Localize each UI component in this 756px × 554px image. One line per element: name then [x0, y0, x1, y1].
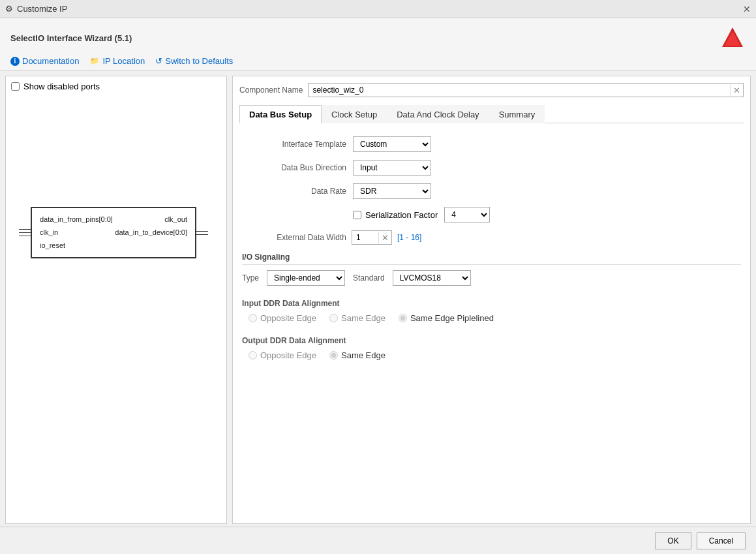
- data-bus-direction-select[interactable]: Input Output: [353, 160, 431, 176]
- interface-template-label: Interface Template: [242, 140, 346, 149]
- output-ddr-radio-group: Opposite Edge Same Edge: [242, 350, 741, 360]
- component-name-clear-icon[interactable]: ✕: [730, 84, 743, 97]
- serialization-checkbox[interactable]: [353, 211, 361, 219]
- app-title-row: SelectIO Interface Wizard (5.1): [10, 25, 746, 51]
- component-diagram: data_in_from_pins[0:0] clk_in io_reset c…: [19, 207, 208, 258]
- input-ddr-same-edge[interactable]: Same Edge: [329, 313, 386, 323]
- ip-location-link[interactable]: 📁 IP Location: [89, 56, 145, 66]
- tab-data-bus-setup[interactable]: Data Bus Setup: [239, 105, 322, 123]
- close-icon[interactable]: ✕: [743, 4, 751, 14]
- show-disabled-row: Show disabled ports: [11, 82, 221, 91]
- ext-data-width-clear-icon[interactable]: ✕: [378, 232, 391, 244]
- output-ddr-same-edge[interactable]: Same Edge: [329, 350, 386, 360]
- cancel-button[interactable]: Cancel: [697, 532, 746, 549]
- standard-label: Standard: [353, 273, 385, 283]
- type-select[interactable]: Single-ended Differential: [267, 270, 345, 286]
- ext-data-width-label: External Data Width: [242, 233, 346, 242]
- ext-data-width-range: [1 - 16]: [397, 233, 421, 242]
- data-bus-direction-row: Data Bus Direction Input Output: [242, 160, 741, 176]
- tab-summary[interactable]: Summary: [489, 105, 545, 123]
- documentation-link[interactable]: i Documentation: [10, 56, 79, 66]
- app-icon: ⚙: [5, 4, 13, 14]
- output-ddr-label: Output DDR Data Alignment: [242, 336, 741, 345]
- ext-data-width-input[interactable]: [352, 231, 378, 244]
- title-bar: ⚙ Customize IP ✕: [0, 0, 756, 18]
- standard-select[interactable]: LVCMOS18 LVCMOS15 LVCMOS33: [393, 270, 471, 286]
- input-ddr-same-edge-pipelined[interactable]: Same Edge Piplelined: [399, 313, 494, 323]
- component-name-row: Component Name ✕: [239, 83, 744, 97]
- refresh-icon: ↺: [155, 56, 162, 66]
- output-ddr-section: Output DDR Data Alignment Opposite Edge …: [242, 333, 741, 363]
- info-icon: i: [10, 57, 20, 66]
- tab-clock-setup[interactable]: Clock Setup: [322, 105, 387, 123]
- data-rate-label: Data Rate: [242, 187, 346, 196]
- data-rate-select[interactable]: SDR DDR: [353, 183, 431, 199]
- main-content: Show disabled ports: [0, 70, 756, 529]
- xilinx-logo: [719, 25, 746, 51]
- ext-data-width-field: ✕: [352, 230, 392, 245]
- interface-template-row: Interface Template Custom Default: [242, 136, 741, 152]
- data-rate-row: Data Rate SDR DDR: [242, 183, 741, 199]
- serialization-row: Serialization Factor 4 8 16: [242, 207, 741, 223]
- ext-data-width-row: External Data Width ✕ [1 - 16]: [242, 230, 741, 245]
- bottom-bar: OK Cancel: [0, 527, 756, 554]
- serialization-label: Serialization Factor: [365, 210, 438, 220]
- component-name-input[interactable]: [309, 84, 730, 97]
- ports-left: data_in_from_pins[0:0] clk_in io_reset: [40, 213, 113, 252]
- io-signaling-header: I/O Signaling: [242, 253, 741, 265]
- left-panel: Show disabled ports: [5, 76, 227, 524]
- title-bar-title: ⚙ Customize IP: [5, 4, 67, 14]
- interface-template-select[interactable]: Custom Default: [353, 136, 431, 152]
- output-ddr-opposite-edge[interactable]: Opposite Edge: [249, 350, 316, 360]
- input-ddr-label: Input DDR Data Alignment: [242, 299, 741, 308]
- app-title-text: SelectIO Interface Wizard (5.1): [10, 33, 132, 43]
- data-bus-direction-label: Data Bus Direction: [242, 163, 346, 172]
- input-ddr-radio-group: Opposite Edge Same Edge Same Edge Piplel…: [242, 313, 741, 323]
- serialization-checkbox-group: Serialization Factor: [353, 210, 438, 220]
- app-header: SelectIO Interface Wizard (5.1) i Docume…: [0, 18, 756, 70]
- input-ddr-opposite-edge[interactable]: Opposite Edge: [249, 313, 316, 323]
- toolbar: i Documentation 📁 IP Location ↺ Switch t…: [10, 56, 746, 66]
- show-disabled-checkbox[interactable]: [11, 82, 20, 91]
- serialization-select[interactable]: 4 8 16: [444, 207, 490, 223]
- type-label: Type: [242, 273, 259, 283]
- folder-icon: 📁: [89, 57, 100, 65]
- tabs: Data Bus Setup Clock Setup Data And Cloc…: [239, 105, 744, 123]
- io-signaling-section: I/O Signaling Type Single-ended Differen…: [242, 253, 741, 288]
- right-panel: Component Name ✕ Data Bus Setup Clock Se…: [232, 76, 751, 524]
- tab-data-clock-delay[interactable]: Data And Clock Delay: [387, 105, 489, 123]
- component-name-field: ✕: [308, 83, 744, 97]
- component-name-label: Component Name: [239, 85, 303, 95]
- io-type-row: Type Single-ended Differential Standard …: [242, 268, 741, 288]
- tab-content-data-bus-setup: Interface Template Custom Default Data B…: [239, 129, 744, 371]
- input-ddr-section: Input DDR Data Alignment Opposite Edge S…: [242, 296, 741, 326]
- ok-button[interactable]: OK: [655, 532, 691, 549]
- ports-right: clk_out data_in_to_device[0:0]: [115, 213, 187, 252]
- component-box: data_in_from_pins[0:0] clk_in io_reset c…: [31, 207, 196, 258]
- switch-defaults-link[interactable]: ↺ Switch to Defaults: [155, 56, 233, 66]
